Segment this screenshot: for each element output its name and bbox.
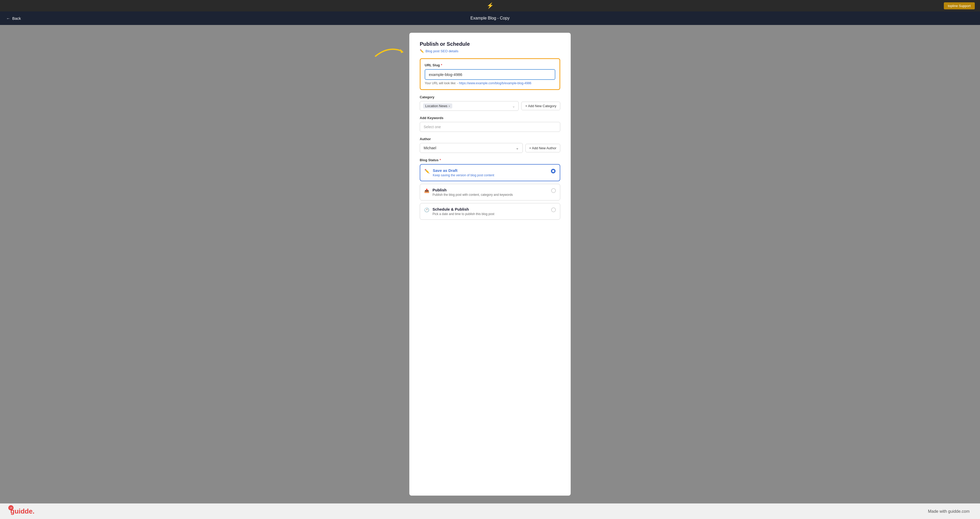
- publish-icon: 📤: [424, 188, 430, 193]
- guidde-logo-text: guidde.: [10, 507, 34, 515]
- author-value: Michael: [424, 146, 436, 150]
- pencil-icon: ✏️: [420, 49, 424, 53]
- draft-option[interactable]: ✏️ Save as Draft Keep saving the version…: [420, 164, 560, 181]
- publish-option[interactable]: 📤 Publish Publish the blog post with con…: [420, 184, 560, 200]
- main-content: Publish or Schedule ✏️ Blog post SEO det…: [0, 25, 980, 503]
- add-category-button[interactable]: + Add New Category: [521, 102, 560, 110]
- schedule-title: Schedule & Publish: [433, 207, 548, 211]
- chevron-down-icon: ⌄: [512, 104, 515, 108]
- seo-details-link[interactable]: ✏️ Blog post SEO details: [420, 49, 560, 53]
- url-preview-link[interactable]: https://www.example.com/blog/b/example-b…: [459, 81, 531, 85]
- publish-description: Publish the blog post with content, cate…: [433, 193, 548, 197]
- draft-description: Keep saving the version of blog post con…: [433, 173, 548, 177]
- status-required-marker: *: [439, 158, 441, 162]
- category-tag-text: Location News: [425, 104, 447, 108]
- url-slug-section: URL Slug * Your URL will look like: - ht…: [420, 58, 560, 90]
- draft-title: Save as Draft: [433, 168, 548, 173]
- remove-category-icon[interactable]: ×: [449, 105, 450, 108]
- author-section: Author Michael ⌄ + Add New Author: [420, 137, 560, 153]
- top-bar: ⚡ topline Support: [0, 0, 980, 11]
- arrow-annotation: [373, 43, 407, 60]
- lightning-icon: ⚡: [487, 2, 494, 9]
- url-slug-label: URL Slug *: [425, 63, 555, 67]
- blog-status-label: Blog Status *: [420, 158, 560, 162]
- svg-marker-0: [400, 49, 404, 53]
- author-select[interactable]: Michael ⌄: [420, 143, 523, 153]
- keywords-section: Add Keywords Select one: [420, 116, 560, 132]
- add-author-button[interactable]: + Add New Author: [525, 144, 560, 152]
- draft-content: Save as Draft Keep saving the version of…: [433, 168, 548, 177]
- category-select[interactable]: Location News × ⌄: [420, 101, 519, 111]
- back-label: Back: [12, 16, 21, 21]
- nav-bar: ← Back Example Blog - Copy: [0, 11, 980, 25]
- page-title: Example Blog - Copy: [471, 16, 509, 21]
- publish-content: Publish Publish the blog post with conte…: [433, 188, 548, 197]
- blog-status-section: Blog Status * ✏️ Save as Draft Keep savi…: [420, 158, 560, 220]
- category-row: Location News × ⌄ + Add New Category: [420, 101, 560, 111]
- schedule-icon: 🕐: [424, 208, 430, 213]
- author-chevron-icon: ⌄: [516, 146, 519, 150]
- url-preview: Your URL will look like: - https://www.e…: [425, 81, 555, 85]
- bottom-bar: 18 guidde. Made with guidde.com: [0, 503, 980, 519]
- keywords-placeholder: Select one: [424, 125, 441, 129]
- publish-radio[interactable]: [551, 188, 556, 193]
- back-button[interactable]: ← Back: [6, 16, 21, 21]
- seo-link-label: Blog post SEO details: [425, 49, 458, 53]
- support-button[interactable]: topline Support: [944, 2, 975, 10]
- back-arrow-icon: ←: [6, 16, 10, 21]
- notification-badge: 18: [8, 505, 14, 510]
- form-container: Publish or Schedule ✏️ Blog post SEO det…: [409, 33, 571, 495]
- draft-icon: ✏️: [425, 169, 430, 174]
- author-row: Michael ⌄ + Add New Author: [420, 143, 560, 153]
- draft-radio[interactable]: [551, 169, 555, 173]
- schedule-radio[interactable]: [551, 208, 556, 212]
- required-marker: *: [441, 63, 442, 67]
- schedule-option[interactable]: 🕐 Schedule & Publish Pick a date and tim…: [420, 203, 560, 220]
- schedule-description: Pick a date and time to publish this blo…: [433, 212, 548, 216]
- guidde-logo: 18 guidde.: [10, 507, 34, 515]
- made-with-text: Made with guidde.com: [928, 509, 970, 514]
- category-label: Category: [420, 95, 560, 99]
- keywords-select[interactable]: Select one: [420, 122, 560, 132]
- publish-title: Publish: [433, 188, 548, 192]
- keywords-label: Add Keywords: [420, 116, 560, 120]
- url-slug-input[interactable]: [425, 69, 555, 80]
- category-tag: Location News ×: [423, 103, 452, 108]
- author-label: Author: [420, 137, 560, 141]
- schedule-content: Schedule & Publish Pick a date and time …: [433, 207, 548, 216]
- section-title: Publish or Schedule: [420, 41, 560, 47]
- category-section: Category Location News × ⌄ + Add New Cat…: [420, 95, 560, 111]
- radio-dot: [552, 170, 554, 172]
